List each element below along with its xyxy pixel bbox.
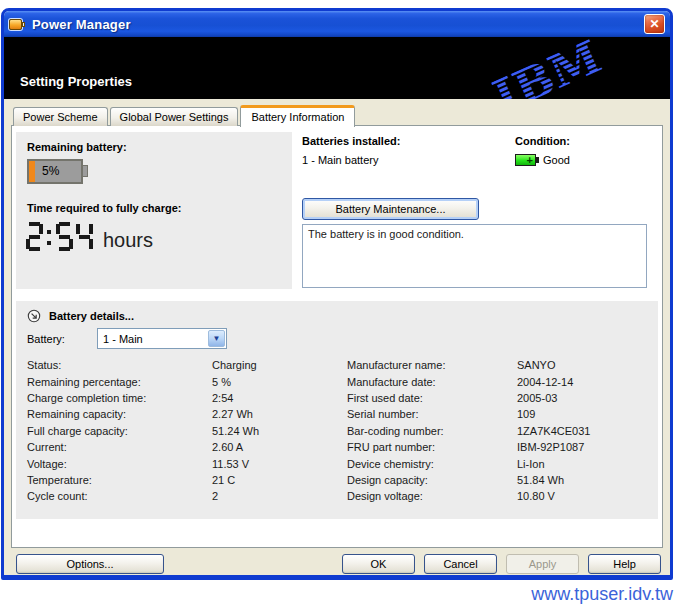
- remaining-battery-panel: Remaining battery: 5% Time required to f…: [16, 132, 292, 289]
- detail-label: Design voltage:: [347, 490, 517, 502]
- battery-select-label: Battery:: [27, 333, 65, 345]
- detail-row: Bar-coding number:1ZA7K4CE031: [347, 423, 662, 439]
- detail-row: Design voltage:10.80 V: [347, 488, 662, 504]
- detail-value: SANYO: [517, 359, 556, 371]
- good-battery-icon: +: [515, 154, 536, 166]
- collapse-arrow-icon: [27, 309, 41, 323]
- detail-label: Cycle count:: [27, 490, 212, 502]
- watermark: www.tpuser.idv.tw: [531, 584, 673, 605]
- header-banner: Setting Properties IBM: [4, 37, 670, 99]
- close-icon[interactable]: ✕: [644, 14, 665, 34]
- window-title: Power Manager: [32, 17, 644, 32]
- detail-label: Current:: [27, 441, 212, 453]
- condition-note-box: The battery is in good condition.: [302, 224, 647, 288]
- power-manager-window: Power Manager ✕ Setting Properties IBM P…: [1, 8, 673, 580]
- detail-row: Remaining percentage:5 %: [27, 373, 332, 389]
- titlebar[interactable]: Power Manager ✕: [4, 11, 670, 37]
- detail-label: Device chemistry:: [347, 458, 517, 470]
- tab-global-power-settings[interactable]: Global Power Settings: [110, 107, 239, 126]
- lcd-colon: [46, 222, 53, 251]
- detail-value: 2.60 A: [212, 441, 243, 453]
- detail-value: 1ZA7K4CE031: [517, 425, 590, 437]
- battery-information-page: Remaining battery: 5% Time required to f…: [11, 125, 663, 548]
- batteries-installed-value: 1 - Main battery: [302, 154, 378, 166]
- condition-value: Good: [543, 154, 570, 166]
- detail-row: Temperature:21 C: [27, 472, 332, 488]
- detail-value: Li-Ion: [517, 458, 545, 470]
- page-title: Setting Properties: [20, 74, 132, 89]
- lcd-digit: [76, 222, 93, 251]
- detail-value: 2:54: [212, 392, 233, 404]
- detail-row: FRU part number:IBM-92P1087: [347, 439, 662, 455]
- footer-button-row: Options... OK Cancel Apply Help: [11, 554, 663, 574]
- detail-value: 2: [212, 490, 218, 502]
- ibm-logo-text: IBM: [486, 37, 610, 99]
- battery-select[interactable]: 1 - Main ▼: [97, 328, 227, 349]
- detail-row: Manufacture date:2004-12-14: [347, 373, 662, 389]
- detail-row: Cycle count:2: [27, 488, 332, 504]
- battery-select-value: 1 - Main: [98, 333, 207, 345]
- detail-value: 2004-12-14: [517, 376, 573, 388]
- charge-time-display: hours: [26, 222, 153, 251]
- detail-row: Remaining capacity:2.27 Wh: [27, 406, 332, 422]
- detail-value: 109: [517, 408, 535, 420]
- detail-label: Full charge capacity:: [27, 425, 212, 437]
- detail-row: Device chemistry:Li-Ion: [347, 455, 662, 471]
- detail-label: Voltage:: [27, 458, 212, 470]
- detail-label: Manufacturer name:: [347, 359, 517, 371]
- detail-label: Remaining capacity:: [27, 408, 212, 420]
- detail-value: 21 C: [212, 474, 235, 486]
- detail-row: Design capacity:51.84 Wh: [347, 472, 662, 488]
- details-left-column: Status:ChargingRemaining percentage:5 %C…: [27, 357, 332, 505]
- battery-details-toggle[interactable]: Battery details...: [27, 309, 134, 323]
- options-button[interactable]: Options...: [16, 554, 164, 574]
- chevron-down-icon[interactable]: ▼: [208, 330, 225, 347]
- detail-value: 10.80 V: [517, 490, 555, 502]
- detail-label: Remaining percentage:: [27, 376, 212, 388]
- ok-button[interactable]: OK: [342, 554, 415, 574]
- details-right-column: Manufacturer name:SANYOManufacture date:…: [347, 357, 662, 505]
- detail-value: 11.53 V: [212, 458, 249, 470]
- condition-label: Condition:: [515, 135, 570, 147]
- lcd-digit: [26, 222, 43, 251]
- condition-status: + Good: [515, 154, 570, 166]
- lcd-display: [26, 222, 96, 251]
- battery-gauge-body: 5%: [27, 159, 83, 184]
- detail-value: 5 %: [212, 376, 231, 388]
- batteries-installed-label: Batteries installed:: [302, 135, 400, 147]
- battery-percent-value: 5%: [42, 164, 59, 178]
- detail-row: Voltage:11.53 V: [27, 455, 332, 471]
- battery-maintenance-button[interactable]: Battery Maintenance...: [302, 198, 479, 220]
- help-button[interactable]: Help: [588, 554, 661, 574]
- battery-gauge-fill: [29, 161, 35, 182]
- detail-row: Full charge capacity:51.24 Wh: [27, 423, 332, 439]
- remaining-battery-label: Remaining battery:: [27, 141, 127, 153]
- dialog-client: Power Scheme Global Power Settings Batte…: [4, 99, 670, 578]
- battery-details-panel: Battery details... Battery: 1 - Main ▼ S…: [16, 301, 658, 519]
- charge-time-unit: hours: [103, 230, 153, 251]
- detail-label: Status:: [27, 359, 212, 371]
- apply-button[interactable]: Apply: [506, 554, 579, 574]
- detail-label: Manufacture date:: [347, 376, 517, 388]
- battery-gauge: 5%: [27, 159, 89, 184]
- batteries-installed-section: Batteries installed: 1 - Main battery Co…: [302, 132, 656, 292]
- lcd-digit: [56, 222, 73, 251]
- detail-label: Serial number:: [347, 408, 517, 420]
- tab-battery-information[interactable]: Battery Information: [240, 105, 355, 127]
- detail-value: IBM-92P1087: [517, 441, 584, 453]
- detail-label: Bar-coding number:: [347, 425, 517, 437]
- detail-value: 2005-03: [517, 392, 557, 404]
- detail-value: 51.84 Wh: [517, 474, 564, 486]
- detail-value: 2.27 Wh: [212, 408, 253, 420]
- detail-row: Status:Charging: [27, 357, 332, 373]
- detail-label: Design capacity:: [347, 474, 517, 486]
- detail-value: 51.24 Wh: [212, 425, 259, 437]
- detail-row: Current:2.60 A: [27, 439, 332, 455]
- detail-value: Charging: [212, 359, 257, 371]
- detail-label: FRU part number:: [347, 441, 517, 453]
- detail-row: First used date:2005-03: [347, 390, 662, 406]
- battery-details-heading: Battery details...: [49, 310, 134, 322]
- detail-row: Charge completion time:2:54: [27, 390, 332, 406]
- cancel-button[interactable]: Cancel: [424, 554, 497, 574]
- tab-power-scheme[interactable]: Power Scheme: [13, 107, 108, 126]
